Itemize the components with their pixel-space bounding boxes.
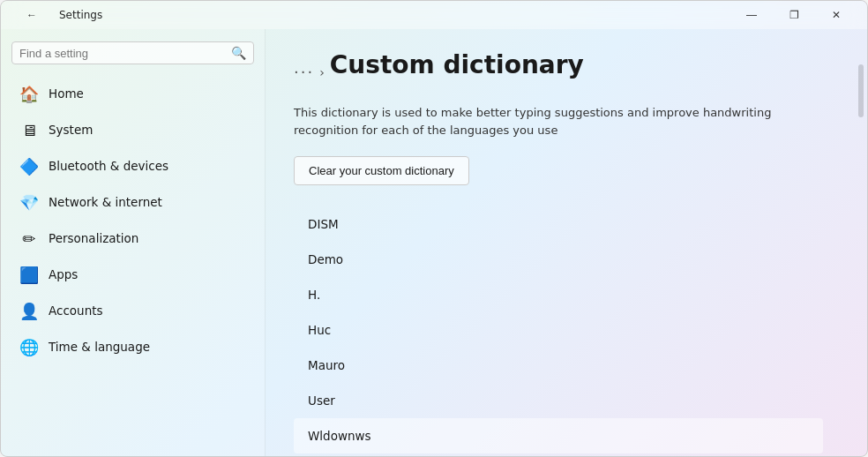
dictionary-list: DISMDemoH.HucMauroUserWldownws xyxy=(294,206,823,453)
minimize-button[interactable]: — xyxy=(731,1,772,29)
sidebar-item-time[interactable]: 🌐 Time & language xyxy=(6,329,259,364)
bluetooth-icon: 🔷 xyxy=(20,157,38,175)
sidebar-item-accounts[interactable]: 👤 Accounts xyxy=(6,293,259,328)
personalization-icon: ✏️ xyxy=(20,229,38,247)
sidebar: 🔍 🏠 Home 🖥 System 🔷 Bluetooth & devices … xyxy=(1,29,266,456)
sidebar-item-bluetooth[interactable]: 🔷 Bluetooth & devices xyxy=(6,148,259,184)
search-input[interactable] xyxy=(19,47,231,60)
maximize-button[interactable]: ❐ xyxy=(774,1,814,29)
sidebar-item-network[interactable]: 💎 Network & internet xyxy=(6,184,259,220)
close-button[interactable]: ✕ xyxy=(816,1,857,29)
sidebar-item-label: Personalization xyxy=(49,231,138,245)
dictionary-entry: Huc xyxy=(294,312,823,348)
system-icon: 🖥 xyxy=(20,121,38,139)
sidebar-item-label: Bluetooth & devices xyxy=(49,159,168,173)
settings-window: ← Settings — ❐ ✕ 🔍 🏠 Home 🖥 System 🔷 Blu… xyxy=(0,0,868,457)
title-bar: ← Settings — ❐ ✕ xyxy=(1,1,867,29)
breadcrumb: ··· › Custom dictionary xyxy=(294,50,839,94)
window-controls: — ❐ ✕ xyxy=(731,1,857,29)
search-icon: 🔍 xyxy=(231,46,246,60)
home-icon: 🏠 xyxy=(20,85,38,102)
breadcrumb-arrow: › xyxy=(319,65,325,79)
sidebar-item-label: Apps xyxy=(49,267,78,281)
dictionary-entry: User xyxy=(294,383,823,418)
dictionary-entry: H. xyxy=(294,277,823,312)
accounts-icon: 👤 xyxy=(20,302,38,319)
dictionary-entry: Mauro xyxy=(294,348,823,383)
dictionary-entry: Demo xyxy=(294,242,823,277)
search-box[interactable]: 🔍 xyxy=(11,41,254,64)
sidebar-item-apps[interactable]: 🟦 Apps xyxy=(6,257,259,292)
time-icon: 🌐 xyxy=(20,338,38,356)
sidebar-item-label: System xyxy=(49,123,93,137)
sidebar-item-personalization[interactable]: ✏️ Personalization xyxy=(6,221,259,256)
dictionary-entry: Wldownws xyxy=(294,418,823,453)
content-area: 🔍 🏠 Home 🖥 System 🔷 Bluetooth & devices … xyxy=(1,29,867,456)
page-title: Custom dictionary xyxy=(330,50,584,79)
page-description: This dictionary is used to make better t… xyxy=(294,104,823,139)
sidebar-item-label: Network & internet xyxy=(49,195,162,209)
back-button[interactable]: ← xyxy=(11,1,52,29)
sidebar-item-label: Accounts xyxy=(49,303,103,318)
sidebar-item-label: Home xyxy=(49,86,84,101)
main-content: ··· › Custom dictionary This dictionary … xyxy=(266,29,867,456)
scrollbar[interactable] xyxy=(858,64,864,117)
clear-dictionary-button[interactable]: Clear your custom dictionary xyxy=(294,156,469,185)
sidebar-item-system[interactable]: 🖥 System xyxy=(6,112,259,147)
dictionary-entry: DISM xyxy=(294,206,823,242)
sidebar-item-label: Time & language xyxy=(49,340,150,354)
network-icon: 💎 xyxy=(20,193,38,211)
apps-icon: 🟦 xyxy=(20,266,38,283)
sidebar-nav: 🏠 Home 🖥 System 🔷 Bluetooth & devices 💎 … xyxy=(1,75,265,365)
sidebar-item-home[interactable]: 🏠 Home xyxy=(6,76,259,111)
breadcrumb-dots: ··· xyxy=(294,63,314,81)
window-title: Settings xyxy=(59,9,731,21)
